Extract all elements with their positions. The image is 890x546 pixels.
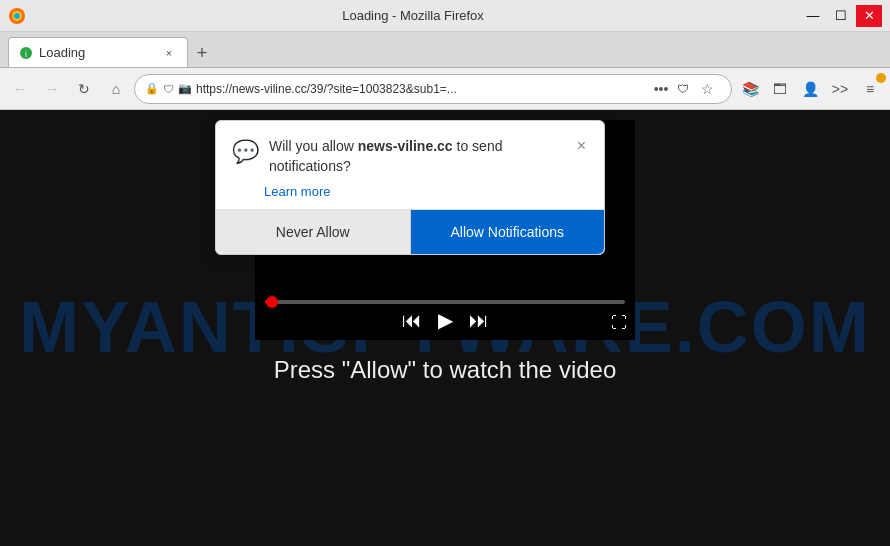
notification-popup: 💬 Will you allow news-viline.cc to send … bbox=[215, 120, 605, 255]
menu-button-wrapper: ≡ bbox=[856, 75, 884, 103]
progress-dot bbox=[266, 296, 278, 308]
titlebar-left bbox=[8, 7, 26, 25]
tab-favicon: i bbox=[19, 46, 33, 60]
popup-domain: news-viline.cc bbox=[358, 138, 453, 154]
navbar: ← → ↻ ⌂ 🔒 🛡 📷 https://news-viline.cc/39/… bbox=[0, 68, 890, 110]
forward-button[interactable]: → bbox=[38, 75, 66, 103]
account-button[interactable]: 👤 bbox=[796, 75, 824, 103]
home-button[interactable]: ⌂ bbox=[102, 75, 130, 103]
window-title: Loading - Mozilla Firefox bbox=[26, 8, 800, 23]
camera-icon: 📷 bbox=[178, 82, 192, 95]
popup-buttons: Never Allow Allow Notifications bbox=[216, 209, 604, 254]
controls-row: ⏮ ▶ ⏭ bbox=[265, 308, 625, 332]
play-button[interactable]: ▶ bbox=[438, 308, 453, 332]
next-button[interactable]: ⏭ bbox=[469, 309, 489, 332]
active-tab[interactable]: i Loading × bbox=[8, 37, 188, 67]
new-tab-button[interactable]: + bbox=[188, 39, 216, 67]
progress-fill bbox=[265, 300, 272, 304]
popup-title: Will you allow news-viline.cc to send no… bbox=[269, 138, 502, 174]
below-video-text: Press "Allow" to watch the video bbox=[274, 356, 617, 384]
fullscreen-button[interactable]: ⛶ bbox=[611, 314, 627, 332]
shield2-icon: 🛡 bbox=[677, 82, 689, 96]
bookmark-button[interactable]: ☆ bbox=[693, 75, 721, 103]
synced-tabs-button[interactable]: 🗔 bbox=[766, 75, 794, 103]
popup-text: Will you allow news-viline.cc to send no… bbox=[269, 137, 565, 176]
tabbar: i Loading × + bbox=[0, 32, 890, 68]
library-button[interactable]: 📚 bbox=[736, 75, 764, 103]
prev-button[interactable]: ⏮ bbox=[402, 309, 422, 332]
maximize-button[interactable]: ☐ bbox=[828, 5, 854, 27]
close-button[interactable]: ✕ bbox=[856, 5, 882, 27]
more-url-button[interactable]: ••• bbox=[649, 78, 673, 100]
extensions-button[interactable]: >> bbox=[826, 75, 854, 103]
url-bar[interactable]: 🔒 🛡 📷 https://news-viline.cc/39/?site=10… bbox=[134, 74, 732, 104]
notification-badge bbox=[876, 73, 886, 83]
tab-title: Loading bbox=[39, 45, 155, 60]
popup-close-button[interactable]: × bbox=[575, 137, 588, 155]
svg-text:i: i bbox=[25, 49, 27, 59]
learn-more-link[interactable]: Learn more bbox=[248, 184, 604, 199]
url-text: https://news-viline.cc/39/?site=1003823&… bbox=[196, 82, 645, 96]
titlebar-controls: — ☐ ✕ bbox=[800, 5, 882, 27]
video-controls: ⏮ ▶ ⏭ bbox=[255, 292, 635, 340]
popup-icon: 💬 bbox=[232, 139, 259, 165]
toolbar-buttons: 📚 🗔 👤 >> ≡ bbox=[736, 75, 884, 103]
reload-button[interactable]: ↻ bbox=[70, 75, 98, 103]
never-allow-button[interactable]: Never Allow bbox=[216, 210, 411, 254]
back-button[interactable]: ← bbox=[6, 75, 34, 103]
titlebar: Loading - Mozilla Firefox — ☐ ✕ bbox=[0, 0, 890, 32]
minimize-button[interactable]: — bbox=[800, 5, 826, 27]
shield-icon: 🛡 bbox=[163, 83, 174, 95]
progress-bar[interactable] bbox=[265, 300, 625, 304]
page-content: MYANTISPYWARE.COM ⏮ ▶ ⏭ ⛶ Press "Allow" … bbox=[0, 110, 890, 546]
allow-notifications-button[interactable]: Allow Notifications bbox=[411, 210, 605, 254]
tab-close-button[interactable]: × bbox=[161, 45, 177, 61]
svg-point-2 bbox=[14, 13, 20, 19]
security-icon: 🔒 bbox=[145, 82, 159, 95]
firefox-icon bbox=[8, 7, 26, 25]
popup-header: 💬 Will you allow news-viline.cc to send … bbox=[216, 121, 604, 184]
